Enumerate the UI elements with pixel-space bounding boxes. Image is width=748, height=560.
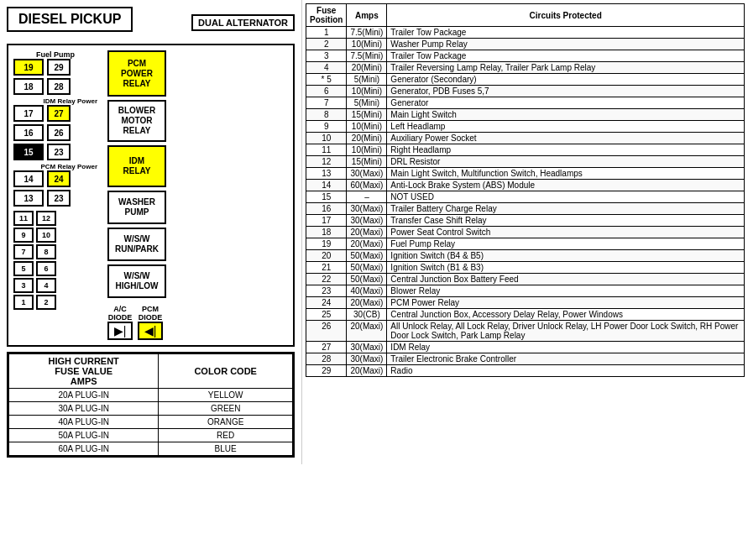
- fuse-diagram: Fuel Pump 19 29 18 28 IDM Relay Power: [7, 44, 295, 347]
- fuse-pos-cell: 10: [306, 133, 347, 144]
- fuse-16: 16: [13, 124, 44, 141]
- fuse-pos-cell: 23: [306, 285, 347, 297]
- fuse-pos-cell: 19: [306, 238, 347, 250]
- fuse-table-row: 28 30(Maxi) Trailer Electronic Brake Con…: [306, 353, 745, 365]
- fuse-pos-cell: 4: [306, 62, 347, 74]
- circuit-cell: DRL Resistor: [387, 156, 745, 168]
- circuit-cell: Auxiliary Power Socket: [387, 133, 745, 144]
- amps-cell: 10(Mini): [347, 86, 387, 97]
- fuse-pos-cell: 21: [306, 262, 347, 274]
- fuse-table-row: 15 – NOT USED: [306, 191, 745, 203]
- fuse-table-row: 7 5(Mini) Generator: [306, 97, 745, 109]
- circuit-cell: PCM Power Relay: [387, 297, 745, 309]
- color-code-row: 30A PLUG-IN GREEN: [9, 402, 293, 416]
- fuse-table-row: 1 7.5(Mini) Trailer Tow Package: [306, 27, 745, 39]
- circuit-cell: Fuel Pump Relay: [387, 238, 745, 250]
- circuit-cell: Trailer Reversing Lamp Relay, Trailer Pa…: [387, 62, 745, 74]
- circuit-cell: Trailer Battery Charge Relay: [387, 203, 745, 215]
- circuit-cell: Main Light Switch: [387, 109, 745, 121]
- dual-alternator-label: DUAL ALTERNATOR: [191, 14, 295, 31]
- color-cell: YELLOW: [159, 389, 293, 402]
- amps-cell: 30(CB): [347, 309, 387, 321]
- fuse-pos-cell: 24: [306, 297, 347, 309]
- circuit-cell: All Unlock Relay, All Lock Relay, Driver…: [387, 321, 745, 342]
- circuit-cell: Power Seat Control Switch: [387, 227, 745, 238]
- fuse-table-row: 27 30(Maxi) IDM Relay: [306, 342, 745, 353]
- fuse-7: 7: [13, 244, 34, 259]
- circuit-cell: Left Headlamp: [387, 121, 745, 133]
- pcm-diode-label: PCMDIODE: [138, 305, 163, 322]
- fuse-table-row: 21 50(Maxi) Ignition Switch (B1 & B3): [306, 262, 745, 274]
- fuse-23a: 23: [47, 144, 71, 160]
- color-cell: BLUE: [159, 442, 293, 456]
- amps-cell: 50(Maxi): [347, 262, 387, 274]
- circuit-cell: Generator (Secondary): [387, 74, 745, 86]
- washer-pump: WASHER PUMP: [107, 191, 166, 224]
- fuse-9: 9: [13, 228, 34, 243]
- pcm-power-relay: PCM POWER RELAY: [107, 50, 166, 97]
- th-amps: Amps: [347, 4, 387, 27]
- fuse-29: 29: [47, 59, 71, 76]
- fuse-pos-cell: 14: [306, 180, 347, 191]
- circuit-cell: Trailer Tow Package: [387, 27, 745, 39]
- amps-cell: 60A PLUG-IN: [9, 442, 159, 456]
- fuse-pos-cell: 29: [306, 365, 347, 377]
- col-color-code: COLOR CODE: [159, 354, 293, 389]
- fuse-10: 10: [36, 228, 56, 243]
- amps-cell: 5(Mini): [347, 74, 387, 86]
- color-cell: RED: [159, 429, 293, 442]
- amps-cell: 7.5(Mini): [347, 27, 387, 39]
- circuit-cell: Anti-Lock Brake System (ABS) Module: [387, 180, 745, 191]
- th-fuse-position: FusePosition: [306, 4, 347, 27]
- fuse-table-row: * 5 5(Mini) Generator (Secondary): [306, 74, 745, 86]
- fuse-table-row: 26 20(Maxi) All Unlock Relay, All Lock R…: [306, 321, 745, 342]
- fuse-17: 17: [13, 105, 44, 122]
- fuse-15: 15: [13, 144, 44, 160]
- fuse-18: 18: [13, 78, 44, 95]
- fuse-pos-cell: 15: [306, 191, 347, 203]
- fuse-3: 3: [13, 278, 34, 293]
- fuse-8: 8: [36, 244, 56, 259]
- pcm-diode-symbol: ◀|: [138, 322, 163, 340]
- fuse-pos-cell: 13: [306, 168, 347, 180]
- fuse-19: 19: [13, 59, 44, 76]
- fuse-table-row: 10 20(Mini) Auxiliary Power Socket: [306, 133, 745, 144]
- fuse-pos-cell: 7: [306, 97, 347, 109]
- amps-cell: 10(Mini): [347, 121, 387, 133]
- circuit-cell: Generator, PDB Fuses 5,7: [387, 86, 745, 97]
- ac-diode-symbol: ▶|: [107, 322, 133, 340]
- amps-cell: 20(Mini): [347, 133, 387, 144]
- circuit-cell: IDM Relay: [387, 342, 745, 353]
- color-code-table: HIGH CURRENTFUSE VALUEAMPS COLOR CODE 20…: [7, 352, 295, 458]
- th-circuits: Circuits Protected: [387, 4, 745, 27]
- fuse-pos-cell: * 5: [306, 74, 347, 86]
- fuse-pos-cell: 2: [306, 39, 347, 50]
- amps-cell: –: [347, 191, 387, 203]
- fuse-table-row: 25 30(CB) Central Junction Box, Accessor…: [306, 309, 745, 321]
- amps-cell: 5(Mini): [347, 97, 387, 109]
- fuse-table-row: 12 15(Mini) DRL Resistor: [306, 156, 745, 168]
- color-cell: GREEN: [159, 402, 293, 416]
- circuit-cell: Trailer Tow Package: [387, 50, 745, 62]
- circuit-cell: NOT USED: [387, 191, 745, 203]
- fuse-pos-cell: 26: [306, 321, 347, 342]
- fuse-6: 6: [36, 261, 56, 276]
- amps-cell: 40A PLUG-IN: [9, 416, 159, 429]
- amps-cell: 40(Maxi): [347, 285, 387, 297]
- fuse-pos-cell: 9: [306, 121, 347, 133]
- fuse-table-row: 4 20(Mini) Trailer Reversing Lamp Relay,…: [306, 62, 745, 74]
- fuse-table-row: 6 10(Mini) Generator, PDB Fuses 5,7: [306, 86, 745, 97]
- fuse-pos-cell: 3: [306, 50, 347, 62]
- fuse-4: 4: [36, 278, 56, 293]
- fuse-28: 28: [47, 78, 71, 95]
- fuse-pos-cell: 25: [306, 309, 347, 321]
- fuse-pos-cell: 11: [306, 144, 347, 156]
- fuse-table-row: 22 50(Maxi) Central Junction Box Battery…: [306, 274, 745, 285]
- idm-relay-label: IDM Relay Power: [13, 97, 97, 105]
- fuse-pos-cell: 12: [306, 156, 347, 168]
- amps-cell: 30(Maxi): [347, 342, 387, 353]
- amps-cell: 60(Maxi): [347, 180, 387, 191]
- circuit-cell: Central Junction Box, Accessory Delay Re…: [387, 309, 745, 321]
- fuse-23b: 23: [47, 190, 71, 207]
- fuse-pos-cell: 1: [306, 27, 347, 39]
